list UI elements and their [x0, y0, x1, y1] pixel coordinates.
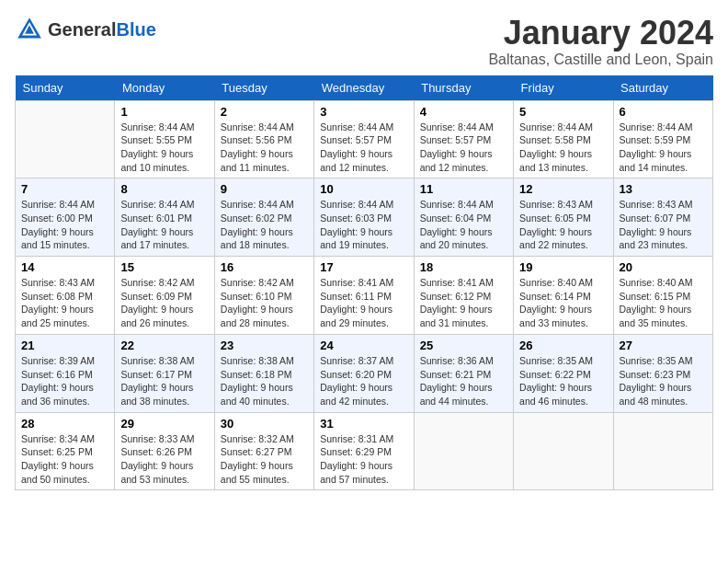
daylight-text: Daylight: 9 hours and 20 minutes. [420, 225, 507, 252]
day-number: 6 [620, 105, 707, 119]
calendar-cell: 11Sunrise: 8:44 AMSunset: 6:04 PMDayligh… [414, 178, 513, 257]
calendar-cell: 20Sunrise: 8:40 AMSunset: 6:15 PMDayligh… [613, 257, 712, 335]
daylight-text: Daylight: 9 hours and 13 minutes. [519, 147, 607, 174]
header-monday: Monday [115, 75, 214, 101]
day-detail: Sunrise: 8:36 AMSunset: 6:21 PMDaylight:… [420, 354, 507, 408]
sunset-text: Sunset: 5:56 PM [221, 133, 308, 147]
calendar-cell: 18Sunrise: 8:41 AMSunset: 6:12 PMDayligh… [414, 257, 513, 335]
daylight-text: Daylight: 9 hours and 38 minutes. [120, 381, 208, 408]
daylight-text: Daylight: 9 hours and 15 minutes. [21, 225, 108, 252]
day-number: 21 [21, 339, 108, 352]
header-thursday: Thursday [414, 75, 513, 101]
daylight-text: Daylight: 9 hours and 23 minutes. [620, 225, 707, 252]
day-number: 2 [221, 105, 308, 119]
sunset-text: Sunset: 6:10 PM [221, 290, 308, 304]
sunrise-text: Sunrise: 8:44 AM [221, 121, 308, 134]
calendar-week-row: 1Sunrise: 8:44 AMSunset: 5:55 PMDaylight… [16, 100, 713, 178]
sunset-text: Sunset: 6:29 PM [320, 445, 407, 459]
calendar-cell [613, 412, 712, 490]
day-number: 20 [620, 260, 707, 274]
day-detail: Sunrise: 8:44 AMSunset: 5:57 PMDaylight:… [420, 121, 507, 175]
sunrise-text: Sunrise: 8:42 AM [221, 276, 308, 290]
calendar-cell: 31Sunrise: 8:31 AMSunset: 6:29 PMDayligh… [314, 412, 414, 490]
sunset-text: Sunset: 6:17 PM [120, 368, 208, 382]
day-detail: Sunrise: 8:38 AMSunset: 6:18 PMDaylight:… [221, 354, 308, 408]
day-detail: Sunrise: 8:44 AMSunset: 5:57 PMDaylight:… [320, 121, 407, 175]
day-number: 18 [420, 260, 507, 274]
calendar-cell [514, 412, 613, 490]
daylight-text: Daylight: 9 hours and 42 minutes. [320, 381, 407, 408]
day-detail: Sunrise: 8:32 AMSunset: 6:27 PMDaylight:… [221, 432, 308, 487]
day-detail: Sunrise: 8:43 AMSunset: 6:08 PMDaylight:… [21, 276, 108, 330]
day-detail: Sunrise: 8:42 AMSunset: 6:09 PMDaylight:… [120, 276, 208, 330]
sunrise-text: Sunrise: 8:43 AM [519, 198, 607, 212]
sunrise-text: Sunrise: 8:32 AM [221, 432, 308, 446]
calendar-cell: 26Sunrise: 8:35 AMSunset: 6:22 PMDayligh… [514, 334, 613, 412]
calendar-subtitle: Baltanas, Castille and Leon, Spain [488, 52, 713, 68]
day-detail: Sunrise: 8:31 AMSunset: 6:29 PMDaylight:… [320, 432, 407, 487]
day-number: 12 [519, 182, 607, 196]
sunset-text: Sunset: 5:57 PM [320, 133, 407, 147]
calendar-cell: 14Sunrise: 8:43 AMSunset: 6:08 PMDayligh… [16, 257, 115, 335]
logo-text: GeneralBlue [48, 20, 156, 39]
sunset-text: Sunset: 6:20 PM [320, 368, 407, 382]
sunrise-text: Sunrise: 8:44 AM [420, 121, 507, 134]
sunset-text: Sunset: 6:12 PM [420, 290, 507, 304]
header-tuesday: Tuesday [214, 75, 313, 101]
sunset-text: Sunset: 6:08 PM [21, 290, 108, 304]
day-number: 5 [519, 105, 607, 119]
calendar-cell: 21Sunrise: 8:39 AMSunset: 6:16 PMDayligh… [16, 334, 115, 412]
calendar-cell: 6Sunrise: 8:44 AMSunset: 5:59 PMDaylight… [613, 100, 712, 178]
day-number: 25 [420, 339, 507, 352]
day-number: 11 [420, 182, 507, 196]
calendar-week-row: 7Sunrise: 8:44 AMSunset: 6:00 PMDaylight… [16, 178, 713, 257]
calendar-cell: 22Sunrise: 8:38 AMSunset: 6:17 PMDayligh… [115, 334, 214, 412]
logo-icon [15, 15, 44, 44]
sunset-text: Sunset: 6:02 PM [221, 212, 308, 225]
calendar-week-row: 28Sunrise: 8:34 AMSunset: 6:25 PMDayligh… [16, 412, 713, 490]
day-number: 31 [320, 417, 407, 431]
daylight-text: Daylight: 9 hours and 40 minutes. [221, 381, 308, 408]
calendar-cell: 9Sunrise: 8:44 AMSunset: 6:02 PMDaylight… [214, 178, 313, 257]
sunrise-text: Sunrise: 8:43 AM [620, 198, 707, 212]
daylight-text: Daylight: 9 hours and 17 minutes. [120, 225, 208, 252]
sunset-text: Sunset: 6:15 PM [620, 290, 707, 304]
day-detail: Sunrise: 8:40 AMSunset: 6:14 PMDaylight:… [519, 276, 607, 330]
logo: GeneralBlue [15, 15, 156, 44]
day-number: 15 [120, 260, 208, 274]
daylight-text: Daylight: 9 hours and 31 minutes. [420, 303, 507, 329]
sunset-text: Sunset: 6:18 PM [221, 368, 308, 382]
day-number: 10 [320, 182, 407, 196]
sunrise-text: Sunrise: 8:38 AM [120, 354, 208, 368]
sunrise-text: Sunrise: 8:44 AM [221, 198, 308, 212]
sunrise-text: Sunrise: 8:44 AM [120, 121, 208, 134]
sunrise-text: Sunrise: 8:41 AM [320, 276, 407, 290]
sunrise-text: Sunrise: 8:38 AM [221, 354, 308, 368]
day-number: 17 [320, 260, 407, 274]
day-number: 14 [21, 260, 108, 274]
calendar-header-row: SundayMondayTuesdayWednesdayThursdayFrid… [16, 75, 713, 101]
sunset-text: Sunset: 6:27 PM [221, 445, 308, 459]
sunset-text: Sunset: 6:26 PM [120, 445, 208, 459]
sunrise-text: Sunrise: 8:43 AM [21, 276, 108, 290]
calendar-cell: 16Sunrise: 8:42 AMSunset: 6:10 PMDayligh… [214, 257, 313, 335]
day-detail: Sunrise: 8:44 AMSunset: 5:58 PMDaylight:… [519, 121, 607, 175]
daylight-text: Daylight: 9 hours and 19 minutes. [320, 225, 407, 252]
sunrise-text: Sunrise: 8:44 AM [320, 198, 407, 212]
day-detail: Sunrise: 8:43 AMSunset: 6:07 PMDaylight:… [620, 198, 707, 252]
calendar-cell: 1Sunrise: 8:44 AMSunset: 5:55 PMDaylight… [115, 100, 214, 178]
day-detail: Sunrise: 8:39 AMSunset: 6:16 PMDaylight:… [21, 354, 108, 408]
daylight-text: Daylight: 9 hours and 12 minutes. [420, 147, 507, 174]
sunset-text: Sunset: 6:25 PM [21, 445, 108, 459]
day-number: 3 [320, 105, 407, 119]
day-detail: Sunrise: 8:40 AMSunset: 6:15 PMDaylight:… [620, 276, 707, 330]
calendar-cell: 24Sunrise: 8:37 AMSunset: 6:20 PMDayligh… [314, 334, 414, 412]
day-number: 8 [120, 182, 208, 196]
day-number: 29 [120, 417, 208, 431]
day-detail: Sunrise: 8:37 AMSunset: 6:20 PMDaylight:… [320, 354, 407, 408]
sunrise-text: Sunrise: 8:31 AM [320, 432, 407, 446]
day-detail: Sunrise: 8:35 AMSunset: 6:23 PMDaylight:… [620, 354, 707, 408]
day-number: 13 [620, 182, 707, 196]
sunset-text: Sunset: 6:22 PM [519, 368, 607, 382]
day-detail: Sunrise: 8:41 AMSunset: 6:12 PMDaylight:… [420, 276, 507, 330]
